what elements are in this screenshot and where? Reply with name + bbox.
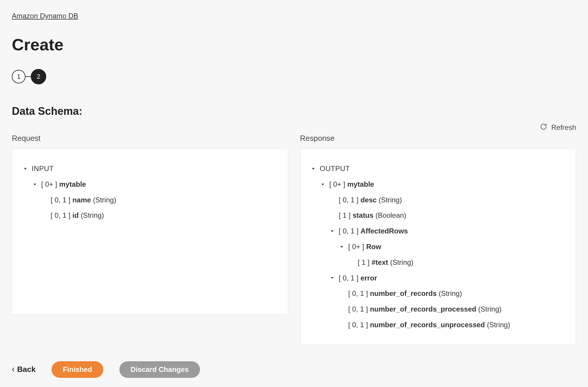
back-button[interactable]: Back xyxy=(12,365,36,374)
svg-marker-4 xyxy=(331,230,334,232)
tree-row[interactable]: [ 0, 1 ] AffectedRows xyxy=(310,223,566,239)
section-heading: Data Schema: xyxy=(12,105,576,117)
request-label: Request xyxy=(12,134,41,143)
breadcrumb-link[interactable]: Amazon Dynamo DB xyxy=(12,12,78,20)
request-panel: Request INPUT[ 0+ ] mytable[ 0, 1 ] name… xyxy=(12,134,288,345)
tree-row: [ 0, 1 ] number_of_records_unprocessed (… xyxy=(310,317,566,333)
footer-actions: Back Finished Discard Changes xyxy=(12,361,576,378)
refresh-label: Refresh xyxy=(551,123,576,132)
tree-item-text: [ 0, 1 ] desc (String) xyxy=(339,194,402,206)
svg-marker-2 xyxy=(312,168,315,170)
tree-row: [ 1 ] status (Boolean) xyxy=(310,208,566,223)
tree-row: [ 0, 1 ] desc (String) xyxy=(310,192,566,208)
svg-marker-6 xyxy=(331,277,334,279)
page-title: Create xyxy=(12,35,576,54)
tree-item-text: [ 0, 1 ] name (String) xyxy=(51,194,116,206)
response-panel: Response OUTPUT[ 0+ ] mytable[ 0, 1 ] de… xyxy=(300,134,576,345)
tree-root[interactable]: OUTPUT xyxy=(310,161,566,177)
discard-button[interactable]: Discard Changes xyxy=(119,361,200,378)
chevron-down-icon[interactable] xyxy=(329,229,335,233)
response-schema-box: OUTPUT[ 0+ ] mytable[ 0, 1 ] desc (Strin… xyxy=(300,149,576,345)
tree-item-text: [ 1 ] #text (String) xyxy=(358,257,414,269)
tree-row[interactable]: [ 0, 1 ] error xyxy=(310,270,566,286)
tree-row[interactable]: [ 0+ ] mytable xyxy=(22,177,278,192)
finished-button[interactable]: Finished xyxy=(52,361,103,378)
tree-item-text: [ 0, 1 ] id (String) xyxy=(51,209,104,222)
svg-marker-5 xyxy=(340,246,343,248)
chevron-down-icon[interactable] xyxy=(339,245,345,249)
tree-item-text: [ 0, 1 ] number_of_records (String) xyxy=(348,288,462,300)
stepper: 1 2 xyxy=(12,69,576,84)
tree-item-text: [ 0, 1 ] number_of_records_processed (St… xyxy=(348,303,502,315)
chevron-down-icon xyxy=(22,167,28,171)
chevron-down-icon xyxy=(310,167,316,171)
chevron-down-icon[interactable] xyxy=(320,182,326,187)
tree-row: [ 0, 1 ] id (String) xyxy=(22,208,278,223)
svg-marker-0 xyxy=(24,168,26,170)
request-schema-box: INPUT[ 0+ ] mytable[ 0, 1 ] name (String… xyxy=(12,149,288,315)
tree-row: [ 1 ] #text (String) xyxy=(310,255,566,270)
response-label: Response xyxy=(300,134,335,143)
tree-row: [ 0, 1 ] number_of_records_processed (St… xyxy=(310,301,566,317)
tree-item-text: [ 0, 1 ] number_of_records_unprocessed (… xyxy=(348,319,510,331)
chevron-left-icon xyxy=(12,365,15,374)
tree-row[interactable]: [ 0+ ] Row xyxy=(310,239,566,255)
tree-row[interactable]: [ 0+ ] mytable xyxy=(310,177,566,192)
tree-root[interactable]: INPUT xyxy=(22,161,278,177)
back-label: Back xyxy=(17,365,36,374)
tree-item-text: [ 0, 1 ] error xyxy=(339,272,377,284)
tree-item-text: [ 0+ ] mytable xyxy=(329,178,374,191)
step-2[interactable]: 2 xyxy=(31,69,46,84)
tree-item-text: [ 1 ] status (Boolean) xyxy=(339,209,406,222)
tree-root-label: INPUT xyxy=(32,163,54,175)
chevron-down-icon[interactable] xyxy=(329,276,335,280)
step-connector xyxy=(25,76,31,77)
tree-item-text: [ 0+ ] Row xyxy=(348,241,381,253)
refresh-button[interactable]: Refresh xyxy=(540,123,576,132)
step-1[interactable]: 1 xyxy=(12,70,25,83)
chevron-down-icon[interactable] xyxy=(32,182,38,187)
tree-row: [ 0, 1 ] name (String) xyxy=(22,192,278,208)
tree-row: [ 0, 1 ] number_of_records (String) xyxy=(310,286,566,301)
tree-item-text: [ 0+ ] mytable xyxy=(41,178,86,191)
tree-item-text: [ 0, 1 ] AffectedRows xyxy=(339,225,408,237)
svg-marker-1 xyxy=(33,183,36,185)
svg-marker-3 xyxy=(321,183,324,185)
refresh-icon xyxy=(540,123,547,132)
tree-root-label: OUTPUT xyxy=(320,163,350,175)
